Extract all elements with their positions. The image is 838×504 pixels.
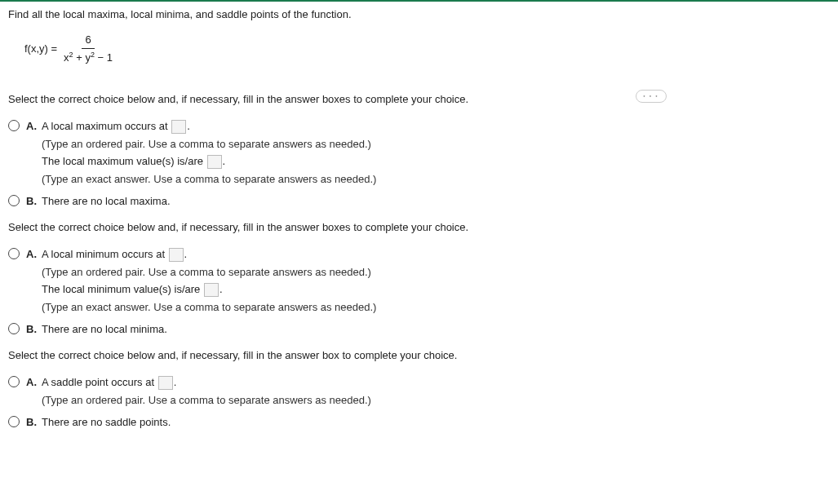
radio-icon[interactable] — [8, 416, 20, 427]
option-hint: (Type an ordered pair. Use a comma to se… — [42, 264, 830, 281]
section-minima: Select the correct choice below and, if … — [8, 219, 830, 339]
option-text: There are no saddle points. — [42, 414, 830, 431]
option-max-a[interactable]: A. A local maximum occurs at . (Type an … — [8, 118, 830, 188]
radio-icon[interactable] — [8, 248, 20, 259]
formula-lhs: f(x,y) = — [24, 41, 57, 57]
question-prompt: Find all the local maxima, local minima,… — [8, 7, 830, 23]
more-icon[interactable]: ● ● ● — [636, 90, 667, 103]
option-label: A. — [26, 118, 37, 135]
formula-denominator: x2 + y2 − 1 — [60, 49, 116, 67]
option-text: A local maximum occurs at . — [42, 118, 830, 135]
answer-input[interactable] — [207, 155, 222, 169]
radio-icon[interactable] — [8, 120, 20, 131]
option-min-a[interactable]: A. A local minimum occurs at . (Type an … — [8, 246, 830, 316]
option-saddle-b[interactable]: B. There are no saddle points. — [8, 414, 830, 432]
option-text: A local minimum occurs at . — [42, 246, 830, 263]
radio-icon[interactable] — [8, 195, 20, 206]
option-text: There are no local minima. — [42, 321, 830, 338]
option-text: There are no local maxima. — [42, 193, 830, 210]
option-label: B. — [26, 414, 37, 431]
option-hint: (Type an ordered pair. Use a comma to se… — [42, 392, 830, 409]
formula: f(x,y) = 6 x2 + y2 − 1 — [24, 31, 814, 67]
option-label: B. — [26, 193, 37, 210]
option-min-b[interactable]: B. There are no local minima. — [8, 321, 830, 339]
answer-input[interactable] — [158, 376, 173, 390]
formula-numerator: 6 — [82, 31, 94, 50]
answer-input[interactable] — [171, 120, 186, 134]
option-saddle-a[interactable]: A. A saddle point occurs at . (Type an o… — [8, 374, 830, 409]
section-prompt: Select the correct choice below and, if … — [8, 91, 830, 108]
option-label: B. — [26, 321, 37, 338]
radio-icon[interactable] — [8, 323, 20, 334]
option-hint: (Type an ordered pair. Use a comma to se… — [42, 136, 830, 153]
option-max-b[interactable]: B. There are no local maxima. — [8, 193, 830, 211]
option-text: The local minimum value(s) is/are . — [42, 281, 830, 298]
option-hint: (Type an exact answer. Use a comma to se… — [42, 171, 830, 188]
option-hint: (Type an exact answer. Use a comma to se… — [42, 299, 830, 316]
answer-input[interactable] — [204, 283, 219, 297]
section-prompt: Select the correct choice below and, if … — [8, 219, 830, 236]
option-label: A. — [26, 374, 37, 391]
option-text: A saddle point occurs at . — [42, 374, 830, 391]
radio-icon[interactable] — [8, 376, 20, 387]
answer-input[interactable] — [169, 248, 184, 262]
section-saddle: Select the correct choice below and, if … — [8, 347, 830, 432]
section-maxima: Select the correct choice below and, if … — [8, 91, 830, 211]
option-label: A. — [26, 246, 37, 263]
option-text: The local maximum value(s) is/are . — [42, 153, 830, 170]
section-prompt: Select the correct choice below and, if … — [8, 347, 830, 364]
